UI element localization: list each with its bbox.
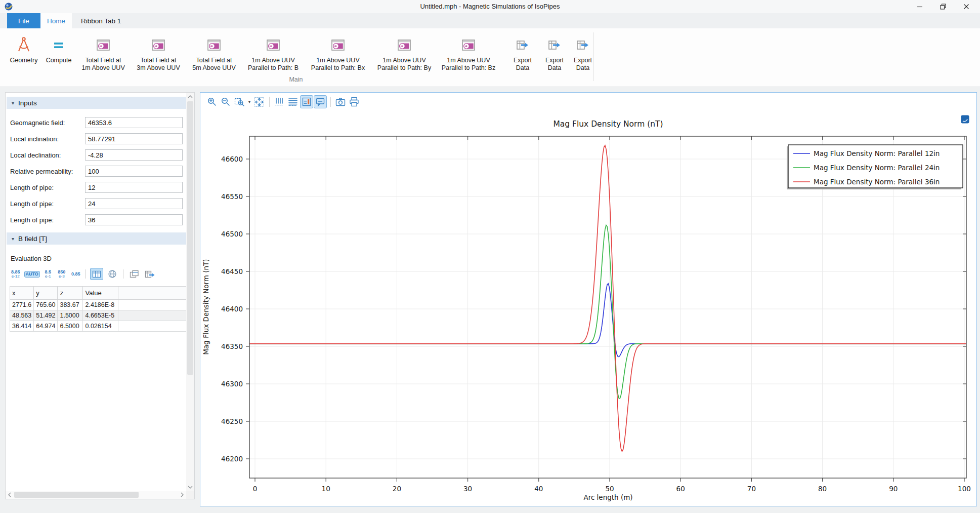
table-row[interactable]: 36.41464.9746.50000.026154 [10,321,187,332]
column-header-value[interactable]: Value [83,287,118,300]
ribbon-button-1m-above-uuv-parallel-to-path-b-5[interactable]: 1m Above UUVParallel to Path: B [242,31,305,72]
export-icon [516,33,530,57]
column-header-x[interactable]: x [10,287,34,300]
legend-toggle-icon [301,96,312,107]
table-row[interactable]: 48.56351.4921.50004.6653E-5 [10,310,187,321]
horizontal-scroll-thumb[interactable] [14,492,139,498]
close-icon[interactable] [955,0,978,13]
tooltip-toggle-button[interactable] [314,95,327,108]
precision-button-0-85[interactable]: 0.85 [70,271,82,278]
precision-button-8-5[interactable]: 8.5e-1 [42,269,54,280]
restore-button[interactable] [931,0,955,13]
field-length-of-pipe-5[interactable] [85,198,183,209]
zoom-box-button[interactable] [233,95,246,108]
chart-title: Mag Flux Density Norm (nT) [553,120,663,129]
grid-lines-button[interactable] [286,95,300,108]
zoom-extents-button[interactable] [252,95,266,108]
ribbon-tabbar: File Home Ribbon Tab 1 [0,13,980,28]
y-tick-labels: 4620046250463004635046400464504650046550… [221,155,243,463]
svg-text:46600: 46600 [221,155,243,163]
ribbon-button-label: 5m Above UUV [192,64,235,72]
precision-button-auto[interactable]: AUTO [24,271,40,278]
app-window: Untitled.mph - Magnetic Simulations of I… [0,0,980,513]
legend-entry-mag-flux-density-norm-parallel-36in: Mag Flux Density Norm: Parallel 36in [814,178,940,186]
ribbon-button-label: Parallel to Path: Bz [442,64,495,72]
zoom-out-button[interactable] [219,95,232,108]
table-header-row: xyzValue [10,287,187,300]
toolbar-separator [269,97,270,107]
scroll-left-arrow[interactable] [6,491,14,499]
ribbon-button-total-field-at-3m-above-uuv-3[interactable]: Total Field at3m Above UUV [131,31,186,72]
table-cell: 48.563 [10,310,34,321]
ribbon-button-1m-above-uuv-parallel-to-path-bz-8[interactable]: 1m Above UUVParallel to Path: Bz [437,31,500,72]
copy-table-icon [129,269,140,279]
export-table-button[interactable] [143,268,156,280]
input-label: Length of pipe: [6,184,85,191]
vertical-scroll-thumb[interactable] [187,101,193,375]
ribbon-button-total-field-at-1m-above-uuv-2[interactable]: Total Field at1m Above UUV [76,31,131,72]
ribbon-button-total-field-at-5m-above-uuv-4[interactable]: Total Field at5m Above UUV [186,31,242,72]
input-label: Geomagnetic field: [6,119,85,127]
svg-text:46300: 46300 [221,380,243,388]
field-local-inclination-1[interactable] [85,133,183,144]
collapse-triangle-icon: ▾ [12,236,14,242]
table-cell: 2.4186E-8 [83,300,118,310]
scroll-up-arrow[interactable] [186,93,194,101]
export-icon [547,33,562,57]
ribbon-button-1m-above-uuv-parallel-to-path-bx-6[interactable]: 1m Above UUVParallel to Path: Bx [305,31,371,72]
scroll-down-arrow[interactable] [186,483,194,491]
table-view-button[interactable] [90,268,103,280]
bfield-section-title: B field [T] [18,235,47,243]
table-cell: 51.492 [34,310,58,321]
x-tick-labels: 0102030405060708090100 [253,485,971,493]
field-relative-permeability-3[interactable] [85,166,183,177]
ribbon-button-1m-above-uuv-parallel-to-path-by-7[interactable]: 1m Above UUVParallel to Path: By [371,31,437,72]
table-row[interactable]: 2771.6765.60383.672.4186E-8 [10,300,187,310]
tab-file[interactable]: File [7,13,40,28]
inputs-section-header[interactable]: ▾ Inputs [7,97,187,109]
field-length-of-pipe-6[interactable] [85,214,183,225]
field-geomagnetic-field-0[interactable] [85,117,183,128]
tab-home[interactable]: Home [40,13,72,28]
bfield-section-header[interactable]: ▾ B field [T] [7,232,187,245]
y-axis-label: Mag Flux Density Norm (nT) [202,259,210,354]
ribbon-button-export-data-10[interactable]: ExportData [540,31,569,72]
column-header-z[interactable]: z [58,287,83,300]
field-length-of-pipe-4[interactable] [85,182,183,193]
toolbar-separator [123,269,123,279]
print-button[interactable] [348,95,361,108]
zoom-in-icon [206,96,218,107]
column-header-y[interactable]: y [34,287,58,300]
table-body: 2771.6765.60383.672.4186E-848.56351.4921… [10,300,187,332]
tooltip-toggle-icon [315,96,326,107]
precision-button-850[interactable]: 850e-3 [56,269,67,280]
ribbon: GeometryComputeTotal Field at1m Above UU… [0,28,980,87]
axis-ticks-button[interactable] [273,95,286,108]
legend-entry-mag-flux-density-norm-parallel-24in: Mag Flux Density Norm: Parallel 24in [814,164,940,172]
plot-icon [266,33,280,57]
copy-table-button[interactable] [127,268,141,280]
series-mag-flux-density-norm-parallel-12in [248,284,967,357]
ribbon-button-label: Export [514,57,532,64]
ribbon-button-label: Geometry [10,57,38,64]
ribbon-button-compute-1[interactable]: Compute [41,31,76,64]
minimize-button[interactable] [908,0,931,13]
field-local-declination-2[interactable] [85,149,183,161]
ribbon-button-export-data-9[interactable]: ExportData [505,31,540,72]
legend-entry-mag-flux-density-norm-parallel-12in: Mag Flux Density Norm: Parallel 12in [814,149,940,157]
zoom-in-button[interactable] [205,95,219,108]
chart-canvas[interactable]: 0102030405060708090100462004625046300463… [200,110,975,507]
tab-ribbon-tab-1[interactable]: Ribbon Tab 1 [72,13,130,28]
precision-button-8-85[interactable]: 8.85e-12 [10,269,22,280]
ribbon-button-geometry-0[interactable]: Geometry [6,31,41,64]
table-view-icon [92,269,102,279]
svg-text:10: 10 [322,485,330,493]
graphics-toolbar: ▾ [205,95,361,109]
globe-button[interactable] [106,268,119,280]
snapshot-camera-button[interactable] [334,95,347,108]
scroll-right-arrow[interactable] [178,491,186,499]
dropdown-caret-icon[interactable]: ▾ [246,95,252,108]
toolbar-separator [330,97,331,107]
legend-toggle-button[interactable] [300,95,313,108]
plot-icon [331,33,345,57]
